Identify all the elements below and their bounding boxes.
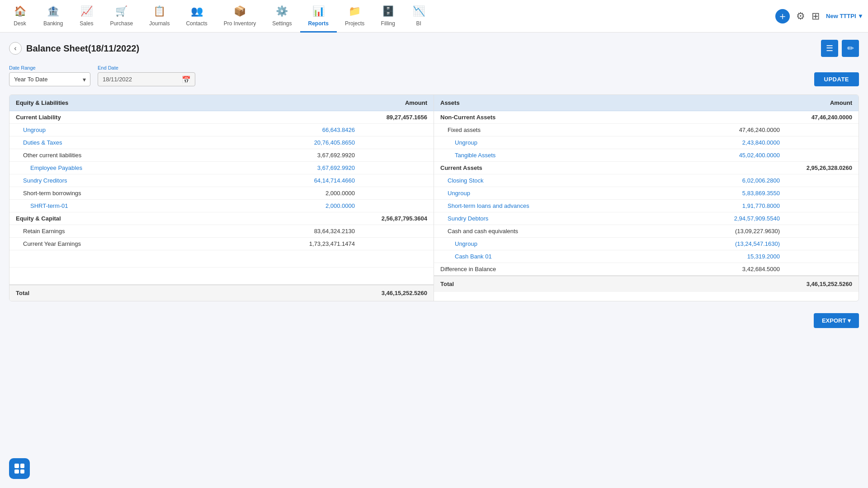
nav-label-bi: BI [416,20,421,27]
nav-label-projects: Projects [345,20,364,27]
row-label[interactable]: Ungroup [440,240,717,247]
row-label[interactable]: Short-term loans and advances [440,202,717,209]
nav-label-journals: Journals [149,20,170,27]
edit-button[interactable]: ✏ [842,40,859,57]
table-row [9,267,434,285]
assets-title: Assets [440,99,771,106]
nav-label-settings: Settings [272,20,292,27]
table-row: Ungroup (13,24,547.1630) [434,238,859,250]
row-label[interactable]: Duties & Taxes [16,139,292,146]
nav-item-journals[interactable]: 📋 Journals [141,0,178,33]
row-amount: 2,94,57,909.5540 [717,215,780,222]
settings-gear-icon[interactable]: ⚙ [796,10,805,22]
banking-icon: 🏦 [46,4,61,19]
row-label: Non-Current Assets [440,114,717,121]
left-total-label: Total [16,290,292,296]
row-amount: 6,02,006.2800 [717,177,780,184]
row-amount: 3,67,692.9920 [292,164,355,171]
row-label[interactable]: Ungroup [440,190,717,197]
nav-label-desk: Desk [14,20,26,27]
settings-icon: ⚙️ [275,4,289,19]
page-header-left: ‹ Balance Sheet(18/11/2022) [9,42,139,55]
nav-item-reports[interactable]: 📊 Reports [300,0,337,33]
nav-item-purchase[interactable]: 🛒 Purchase [102,0,141,33]
row-amount: 83,64,324.2130 [292,228,355,235]
bi-icon: 📉 [411,4,426,19]
assets-amount-header: Amount [771,99,852,106]
nav-item-sales[interactable]: 📈 Sales [71,0,102,33]
row-amount: 45,02,400.0000 [717,152,780,159]
assets-section: Assets Amount Non-Current Assets 47,46,2… [434,95,859,301]
date-range-select-wrapper: Year To Date This Month Last Month Custo… [9,72,90,86]
nav-item-banking[interactable]: 🏦 Banking [35,0,71,33]
grid-icon [14,464,24,474]
add-button[interactable]: ＋ [775,9,790,23]
row-amount: 66,643.8426 [292,127,355,133]
nav-items: 🏠 Desk 🏦 Banking 📈 Sales 🛒 Purchase 📋 Jo… [5,0,434,33]
contacts-icon: 👥 [189,4,204,19]
row-amount: (13,24,547.1630) [717,240,780,247]
row-label[interactable]: Employee Payables [16,164,292,171]
row-label: Difference in Balance [440,266,717,272]
balance-table: Equity & Liabilities Amount Current Liab… [9,94,859,301]
row-total: 47,46,240.0000 [780,114,852,121]
table-row: Duties & Taxes 20,76,405.8650 [9,136,434,149]
table-row [9,250,434,267]
layout-icon[interactable]: ⊞ [811,10,820,22]
row-label[interactable]: SHRT-term-01 [16,202,292,209]
row-total: 89,27,457.1656 [355,114,427,121]
table-row: Ungroup 5,83,869.3550 [434,187,859,200]
table-row: Current Liability 89,27,457.1656 [9,111,434,124]
nav-item-projects[interactable]: 📁 Projects [337,0,373,33]
nav-item-desk[interactable]: 🏠 Desk [5,0,35,33]
top-navigation: 🏠 Desk 🏦 Banking 📈 Sales 🛒 Purchase 📋 Jo… [0,0,868,33]
table-row: Difference in Balance 3,42,684.5000 [434,263,859,276]
right-total-row: Total 3,46,15,252.5260 [434,276,859,292]
export-button[interactable]: EXPORT ▾ [814,313,859,328]
table-row: Other current liabilities 3,67,692.9920 [9,149,434,162]
row-amount: 1,91,770.8000 [717,202,780,209]
nav-item-bi[interactable]: 📉 BI [403,0,434,33]
update-button[interactable]: UPDATE [814,72,859,86]
list-view-button[interactable]: ☰ [821,40,838,57]
reports-icon: 📊 [311,4,326,19]
row-label[interactable]: Ungroup [16,127,292,133]
date-range-label: Date Range [9,65,90,70]
table-row: Current Assets 2,95,26,328.0260 [434,162,859,174]
page-header: ‹ Balance Sheet(18/11/2022) ☰ ✏ [9,40,859,57]
row-amount: 5,83,869.3550 [717,190,780,197]
user-menu[interactable]: New TTTPI ▼ [826,13,863,19]
nav-item-filling[interactable]: 🗄️ Filling [373,0,403,33]
update-btn-wrapper: UPDATE [814,72,859,86]
nav-item-contacts[interactable]: 👥 Contacts [178,0,215,33]
proinventory-icon: 📦 [232,4,247,19]
row-label[interactable]: Tangible Assets [440,152,717,159]
row-label[interactable]: Closing Stock [440,177,717,184]
table-row: Non-Current Assets 47,46,240.0000 [434,111,859,124]
table-row: Employee Payables 3,67,692.9920 [9,162,434,174]
projects-icon: 📁 [348,4,362,19]
grid-menu-button[interactable] [9,458,30,479]
row-label[interactable]: Cash Bank 01 [440,253,717,260]
row-label[interactable]: Ungroup [440,139,717,146]
row-label[interactable]: Sundry Debtors [440,215,717,222]
row-amount: (13,09,227.9630) [717,228,780,235]
date-range-select[interactable]: Year To Date This Month Last Month Custo… [9,72,90,86]
row-total: 2,95,26,328.0260 [780,164,852,171]
row-label: Retain Earnings [16,228,292,235]
nav-label-reports: Reports [308,20,329,27]
row-amount: 47,46,240.0000 [717,127,780,133]
row-label: Other current liabilities [16,152,292,159]
row-label[interactable]: Sundry Creditors [16,177,292,184]
equity-liabilities-section: Equity & Liabilities Amount Current Liab… [9,95,434,301]
nav-label-sales: Sales [80,20,93,27]
row-amount: 3,42,684.5000 [717,266,780,272]
back-button[interactable]: ‹ [9,42,22,55]
table-row: Current Year Earnings 1,73,23,471.1474 [9,238,434,250]
desk-icon: 🏠 [13,4,27,19]
nav-item-settings[interactable]: ⚙️ Settings [264,0,300,33]
nav-label-proinventory: Pro Inventory [224,20,256,27]
nav-item-proinventory[interactable]: 📦 Pro Inventory [216,0,264,33]
table-row: Retain Earnings 83,64,324.2130 [9,225,434,238]
end-date-input[interactable] [98,72,195,86]
